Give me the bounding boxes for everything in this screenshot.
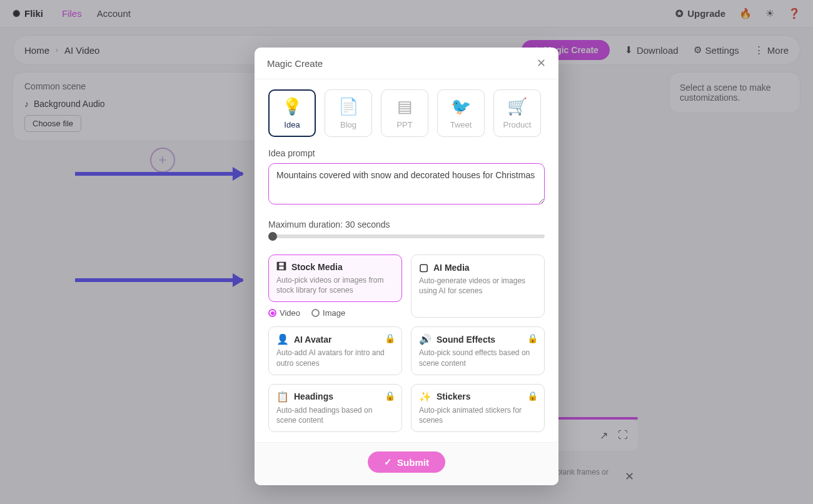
avatar-icon: 👤 (276, 333, 289, 345)
cart-icon: 🛒 (507, 97, 527, 116)
lock-icon: 🔒 (527, 333, 538, 343)
modal-title: Magic Create (267, 58, 323, 69)
option-stock-media[interactable]: 🎞Stock Media Auto-pick videos or images … (268, 255, 402, 302)
media-type-radio: Video Image (268, 308, 402, 318)
lock-icon: 🔒 (527, 391, 538, 401)
tab-idea[interactable]: 💡 Idea (268, 89, 316, 137)
tab-blog[interactable]: 📄 Blog (325, 89, 372, 137)
slides-icon: ▤ (397, 97, 413, 116)
lightbulb-icon: 💡 (282, 97, 302, 116)
sticker-icon: ✨ (419, 391, 432, 403)
duration-label: Maximum duration: 30 seconds (268, 219, 545, 229)
prompt-label: Idea prompt (268, 148, 545, 158)
option-headings[interactable]: 🔒 📋Headings Auto-add headings based on s… (268, 384, 402, 432)
option-stickers[interactable]: 🔒 ✨Stickers Auto-pick animated stickers … (411, 384, 545, 432)
source-tabs: 💡 Idea 📄 Blog ▤ PPT 🐦 Tweet 🛒 Product (268, 89, 545, 137)
sound-icon: 🔊 (419, 333, 432, 345)
radio-video[interactable]: Video (268, 308, 300, 318)
submit-button[interactable]: ✓ Submit (368, 451, 445, 473)
sparkle-icon: ▢ (419, 261, 428, 273)
tab-product[interactable]: 🛒 Product (493, 89, 541, 137)
check-icon: ✓ (384, 456, 392, 468)
lock-icon: 🔒 (385, 391, 395, 401)
heading-icon: 📋 (276, 391, 289, 403)
option-sound-effects[interactable]: 🔒 🔊Sound Effects Auto-pick sound effects… (411, 326, 545, 375)
option-ai-media[interactable]: ▢AI Media Auto-generate videos or images… (411, 255, 545, 318)
lock-icon: 🔒 (385, 333, 395, 343)
option-ai-avatar[interactable]: 🔒 👤AI Avatar Auto-add AI avatars for int… (268, 326, 402, 375)
magic-create-modal: Magic Create ✕ 💡 Idea 📄 Blog ▤ PPT 🐦 Twe… (255, 48, 558, 485)
slider-thumb[interactable] (268, 232, 277, 241)
document-icon: 📄 (338, 97, 358, 116)
radio-image[interactable]: Image (311, 308, 345, 318)
idea-prompt-input[interactable] (268, 163, 545, 204)
close-icon[interactable]: ✕ (537, 56, 546, 70)
tab-tweet[interactable]: 🐦 Tweet (437, 89, 485, 137)
duration-slider[interactable] (268, 234, 545, 238)
film-icon: 🎞 (276, 261, 286, 273)
twitter-icon: 🐦 (451, 97, 471, 116)
tab-ppt[interactable]: ▤ PPT (381, 89, 428, 137)
